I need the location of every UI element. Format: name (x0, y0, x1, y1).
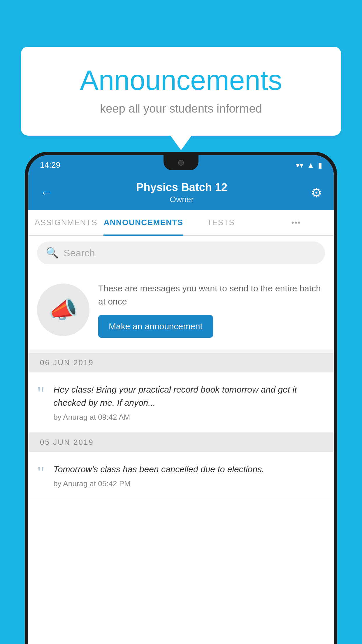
tab-assignments[interactable]: ASSIGNMENTS (28, 210, 103, 235)
announce-right: These are messages you want to send to t… (98, 282, 325, 338)
announce-description: These are messages you want to send to t… (98, 282, 325, 308)
header-title-block: Physics Batch 12 Owner (136, 181, 227, 204)
message-item-1: " Hey class! Bring your practical record… (28, 372, 334, 433)
status-time: 14:29 (40, 160, 60, 170)
search-container: 🔍 Search (28, 236, 334, 270)
message-item-2: " Tomorrow's class has been cancelled du… (28, 452, 334, 499)
battery-icon: ▮ (318, 161, 322, 170)
search-placeholder: Search (64, 247, 95, 259)
speech-bubble-section: Announcements keep all your students inf… (21, 47, 341, 136)
signal-icon: ▲ (307, 161, 314, 170)
wifi-icon: ▾▾ (296, 161, 303, 170)
message-text-1: Hey class! Bring your practical record b… (53, 383, 325, 409)
announce-prompt: 📣 These are messages you want to send to… (28, 270, 334, 349)
notch (164, 155, 198, 170)
quote-icon-2: " (37, 464, 45, 482)
status-icons: ▾▾ ▲ ▮ (296, 161, 322, 170)
batch-role: Owner (136, 195, 227, 204)
date-separator-2: 05 JUN 2019 (28, 433, 334, 452)
message-author-1: by Anurag at 09:42 AM (53, 413, 325, 422)
content-area: 🔍 Search 📣 These are messages you want t… (28, 236, 334, 499)
batch-title: Physics Batch 12 (136, 181, 227, 194)
megaphone-icon: 📣 (49, 296, 78, 323)
settings-icon[interactable]: ⚙ (311, 185, 322, 200)
tabs-bar: ASSIGNMENTS ANNOUNCEMENTS TESTS ••• (28, 210, 334, 236)
camera-dot (178, 160, 184, 166)
speech-bubble: Announcements keep all your students inf… (21, 47, 341, 136)
phone-inner: 14:29 ▾▾ ▲ ▮ ← Physics Batch 12 Owner ⚙ … (28, 155, 334, 644)
phone-frame: 14:29 ▾▾ ▲ ▮ ← Physics Batch 12 Owner ⚙ … (25, 152, 337, 644)
tab-more[interactable]: ••• (259, 210, 334, 235)
tab-tests[interactable]: TESTS (183, 210, 258, 235)
message-author-2: by Anurag at 05:42 PM (53, 479, 325, 488)
message-content-2: Tomorrow's class has been cancelled due … (53, 463, 325, 488)
announcements-title: Announcements (44, 64, 318, 96)
announcements-subtitle: keep all your students informed (44, 102, 318, 115)
date-separator-1: 06 JUN 2019 (28, 353, 334, 372)
tab-announcements[interactable]: ANNOUNCEMENTS (103, 210, 183, 235)
back-button[interactable]: ← (40, 185, 53, 200)
status-bar: 14:29 ▾▾ ▲ ▮ (28, 155, 334, 175)
search-icon: 🔍 (46, 247, 59, 259)
search-box[interactable]: 🔍 Search (37, 242, 325, 264)
quote-icon-1: " (37, 384, 45, 403)
make-announcement-button[interactable]: Make an announcement (98, 315, 213, 338)
message-text-2: Tomorrow's class has been cancelled due … (53, 463, 325, 476)
announce-icon-circle: 📣 (37, 284, 89, 336)
message-content-1: Hey class! Bring your practical record b… (53, 383, 325, 422)
app-header: ← Physics Batch 12 Owner ⚙ (28, 175, 334, 210)
